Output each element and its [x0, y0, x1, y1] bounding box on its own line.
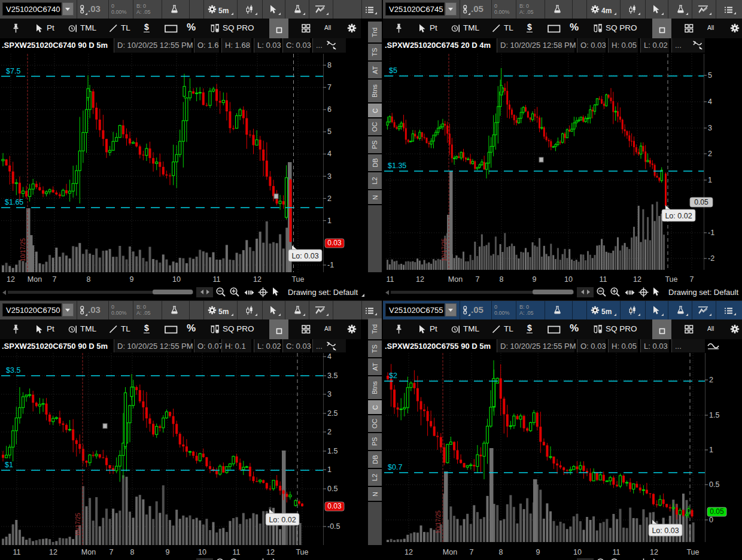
svg-text:0.03: 0.03	[327, 239, 342, 247]
svg-text:10: 10	[573, 548, 582, 556]
svg-text:9: 9	[130, 275, 134, 284]
svg-text:8: 8	[327, 61, 332, 69]
svg-text:$1.65: $1.65	[5, 198, 23, 206]
svg-text:-1: -1	[327, 261, 334, 269]
svg-text:Tue: Tue	[686, 548, 699, 556]
svg-text:Mon: Mon	[28, 275, 42, 284]
svg-text:7: 7	[110, 548, 114, 556]
svg-text:10/17/25: 10/17/25	[441, 238, 448, 261]
svg-text:0.05: 0.05	[694, 198, 708, 206]
svg-text:10: 10	[172, 275, 181, 284]
svg-text:Tue: Tue	[665, 275, 677, 284]
svg-text:8: 8	[499, 548, 503, 556]
svg-text:0.5: 0.5	[327, 485, 337, 493]
svg-text:3.5: 3.5	[327, 372, 337, 380]
svg-text:8: 8	[130, 548, 135, 556]
svg-text:8: 8	[87, 275, 91, 284]
svg-text:6: 6	[327, 105, 332, 114]
svg-text:$7.5: $7.5	[6, 67, 20, 75]
svg-text:Lo: 0.03: Lo: 0.03	[291, 252, 318, 260]
svg-text:7: 7	[476, 275, 480, 284]
svg-text:12: 12	[49, 548, 57, 556]
svg-text:1: 1	[327, 465, 332, 474]
svg-text:$1.35: $1.35	[388, 162, 406, 170]
svg-text:11: 11	[613, 548, 621, 556]
svg-text:4: 4	[327, 352, 332, 361]
svg-text:0.05: 0.05	[710, 507, 724, 516]
svg-text:1.5: 1.5	[709, 411, 719, 419]
svg-text:-0.5: -0.5	[327, 522, 340, 531]
svg-text:1: 1	[709, 446, 713, 454]
svg-text:$1: $1	[5, 461, 13, 469]
svg-text:Mon: Mon	[443, 548, 457, 556]
svg-text:10/17/25: 10/17/25	[20, 238, 26, 261]
svg-text:0.5: 0.5	[709, 480, 719, 489]
svg-text:10: 10	[198, 548, 206, 556]
svg-text:Lo: 0.02: Lo: 0.02	[269, 516, 296, 524]
svg-text:Mon: Mon	[81, 548, 96, 556]
svg-text:$2: $2	[389, 372, 397, 380]
svg-text:8: 8	[500, 275, 504, 284]
svg-text:11: 11	[600, 275, 607, 284]
svg-text:7: 7	[327, 83, 332, 92]
svg-text:12: 12	[633, 275, 641, 284]
svg-text:1.5: 1.5	[327, 447, 337, 455]
svg-text:9: 9	[536, 548, 540, 556]
svg-text:10/17/25: 10/17/25	[435, 510, 442, 534]
svg-text:-1: -1	[708, 229, 714, 237]
svg-text:3: 3	[327, 390, 332, 398]
svg-text:3: 3	[708, 124, 712, 132]
svg-text:4: 4	[327, 150, 332, 158]
svg-text:$0.7: $0.7	[388, 463, 402, 471]
svg-text:Lo: 0.02: Lo: 0.02	[665, 212, 692, 220]
svg-text:$5: $5	[389, 66, 397, 75]
svg-text:1: 1	[708, 176, 712, 184]
svg-text:2.5: 2.5	[327, 409, 337, 418]
svg-text:7: 7	[690, 275, 694, 284]
svg-text:Tue: Tue	[296, 548, 308, 556]
svg-text:4: 4	[708, 98, 712, 106]
svg-text:3: 3	[327, 172, 332, 181]
svg-text:0: 0	[709, 516, 713, 524]
svg-text:5: 5	[708, 71, 712, 80]
svg-text:12: 12	[266, 548, 275, 556]
svg-text:11: 11	[233, 548, 241, 556]
svg-text:7: 7	[470, 548, 474, 556]
svg-text:5: 5	[327, 127, 332, 136]
svg-text:12: 12	[7, 275, 15, 284]
svg-text:11: 11	[13, 548, 21, 556]
svg-text:12: 12	[405, 548, 413, 556]
svg-text:0.03: 0.03	[327, 502, 342, 510]
svg-text:Lo: 0.03: Lo: 0.03	[652, 526, 679, 535]
svg-text:11: 11	[387, 275, 394, 284]
svg-text:12: 12	[416, 275, 424, 284]
svg-text:2: 2	[709, 376, 713, 384]
svg-text:12: 12	[253, 275, 261, 284]
svg-text:7: 7	[53, 275, 57, 284]
svg-text:Mon: Mon	[448, 275, 463, 284]
svg-text:$3.5: $3.5	[6, 366, 20, 375]
svg-text:-2: -2	[708, 254, 714, 263]
svg-text:2: 2	[708, 150, 712, 158]
svg-text:Tue: Tue	[291, 275, 304, 284]
svg-text:10/17/25: 10/17/25	[75, 513, 81, 536]
svg-text:2: 2	[327, 428, 332, 436]
svg-text:12: 12	[650, 548, 658, 556]
svg-text:9: 9	[533, 275, 537, 284]
svg-text:9: 9	[166, 548, 170, 556]
svg-text:11: 11	[213, 275, 221, 284]
svg-text:1: 1	[327, 217, 332, 225]
svg-text:10: 10	[564, 275, 573, 284]
svg-text:2: 2	[327, 194, 332, 203]
